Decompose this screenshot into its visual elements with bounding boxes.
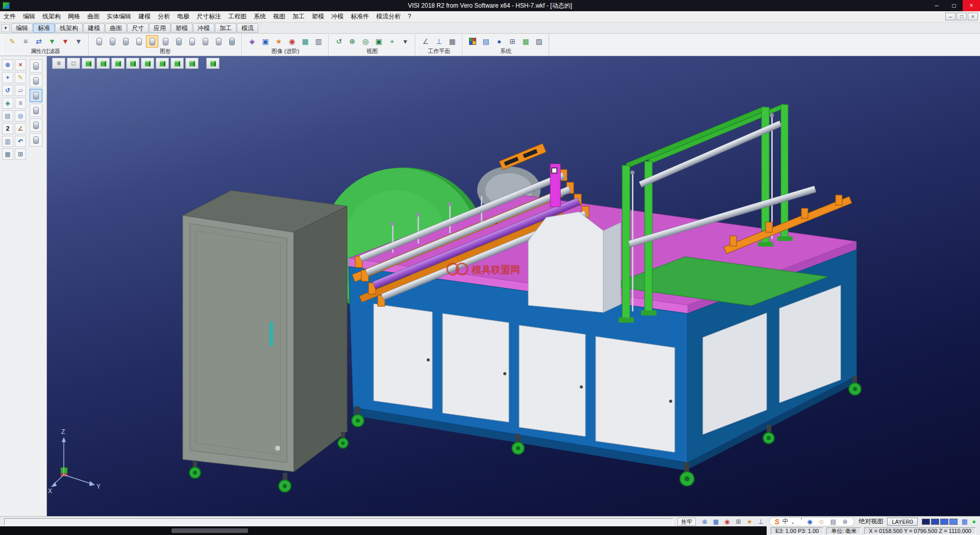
graphics-slot-icon-6[interactable] [159,35,172,47]
mirror-icon[interactable]: ▥ [2,136,13,147]
taskbar-item[interactable] [172,528,248,533]
tab-machining[interactable]: 加工 [215,23,236,33]
iso-view-icon-4[interactable] [126,58,139,69]
center-view-icon[interactable]: ◎ [359,35,372,47]
image-adv-icon-3[interactable]: ★ [273,35,285,47]
toolbar-dropdown-icon[interactable]: ▼ [2,24,10,32]
close-button[interactable]: × [963,0,980,11]
system-grid-icon[interactable]: ▦ [520,35,532,47]
ime-smiley-icon[interactable]: ☺ [817,518,826,526]
tab-mould[interactable]: 塑模 [171,23,192,33]
tab-flow[interactable]: 模流 [237,23,258,33]
image-adv-icon-6[interactable]: ▥ [312,35,325,47]
menu-view[interactable]: 视图 [270,11,289,22]
graphics-slot-icon-3[interactable] [119,35,132,47]
menu-file[interactable]: 文件 [0,11,19,22]
menu-surface[interactable]: 曲面 [84,11,103,22]
iso-view-icon-7[interactable] [170,58,184,69]
iso-view-icon-1[interactable] [82,58,95,69]
menu-system[interactable]: 系统 [250,11,270,22]
filter-icon[interactable]: ▼ [72,35,85,47]
doc-close-button[interactable]: × [968,13,978,20]
menu-dimension[interactable]: 尺寸标注 [193,11,225,22]
transform-icon[interactable]: ◈ [2,98,13,109]
tab-die[interactable]: 冲模 [193,23,214,33]
iso-view-icon-2[interactable] [96,58,110,69]
buffer-slot-icon-4[interactable] [30,104,42,117]
view-top-icon[interactable]: □ [67,58,80,69]
calc-status-icon[interactable]: ⊞ [733,518,743,526]
layer-button[interactable]: LAYER0 [887,518,917,526]
buffer-slot-icon-6[interactable] [30,133,42,147]
tab-wireframe[interactable]: 线架构 [55,23,83,33]
menu-drawing[interactable]: 工程图 [225,11,250,22]
system-shade-icon[interactable]: ▨ [533,35,545,47]
graphics-slot-icon-5[interactable] [146,35,158,47]
star-status-icon[interactable]: ★ [745,518,754,526]
copy-icon[interactable]: ⊞ [15,149,26,160]
ime-symbol-toggle[interactable]: ’ [801,517,802,526]
tab-edit[interactable]: 编辑 [11,23,33,33]
angle-icon[interactable]: ∠ [15,123,26,134]
iso-view-icon-6[interactable] [156,58,169,69]
ime-keyboard-icon[interactable]: ▤ [828,518,838,526]
erase-icon[interactable]: ▱ [15,85,26,96]
pan-view-icon[interactable]: + [386,35,398,47]
view-options-icon[interactable]: ▾ [399,35,411,47]
graphics-slot-icon-11[interactable] [226,35,238,47]
iso-view-icon-5[interactable] [141,58,154,69]
menu-edit[interactable]: 编辑 [19,11,39,22]
zoom-view-icon[interactable]: ⊕ [346,35,358,47]
edit-icon[interactable]: ✎ [15,72,26,83]
layer-swatch-3[interactable] [949,519,958,525]
buffer-slot-icon-1[interactable] [30,59,42,72]
viewport-3d[interactable]: ≡□ [47,56,980,516]
grid-status-icon[interactable]: ▦ [711,518,720,526]
swap-filter-icon[interactable]: ⇄ [33,35,45,47]
graphics-slot-icon-7[interactable] [173,35,185,47]
system-colors-icon[interactable] [467,35,479,47]
graphics-slot-icon-1[interactable] [93,35,105,47]
ime-lang-toggle[interactable]: 中 [782,517,789,526]
menu-mesh[interactable]: 网格 [64,11,84,22]
filter-list-icon[interactable]: ≡ [19,35,32,47]
filter-add-icon[interactable]: ▼ [46,35,58,47]
delete-icon[interactable]: × [15,59,26,70]
graphics-slot-icon-9[interactable] [199,35,211,47]
image-adv-icon-4[interactable]: ◉ [286,35,298,47]
tab-surface[interactable]: 曲面 [105,23,127,33]
pin-toggle-button[interactable]: 拴牢 [677,518,696,526]
graphics-slot-icon-4[interactable] [133,35,145,47]
edit-properties-icon[interactable]: ✎ [6,35,18,47]
doc-minimize-button[interactable]: – [945,13,955,20]
system-calc-icon[interactable]: ⊞ [506,35,519,47]
image-adv-icon-5[interactable]: ▦ [299,35,311,47]
rotate-view-icon[interactable]: ↺ [333,35,345,47]
menu-analysis[interactable]: 分析 [154,11,174,22]
system-globe-icon[interactable]: ● [493,35,505,47]
menu-standard-parts[interactable]: 标准件 [347,11,373,22]
graphics-slot-icon-2[interactable] [106,35,118,47]
tab-application[interactable]: 应用 [149,23,170,33]
layer-grid-icon[interactable]: ▦ [962,518,968,525]
image-adv-icon-2[interactable]: ▣ [259,35,272,47]
menu-solid-edit[interactable]: 实体编辑 [103,11,135,22]
workplane-normal-icon[interactable]: ⊥ [433,35,445,47]
minimize-button[interactable]: – [928,0,945,11]
rotate-icon[interactable]: ↺ [2,85,13,96]
paint-icon[interactable]: ▤ [2,110,13,121]
filter-remove-icon[interactable]: ▼ [59,35,71,47]
menu-wireframe[interactable]: 线架构 [39,11,64,22]
workplane-grid-icon[interactable]: ▦ [446,35,458,47]
menu-help[interactable]: ? [404,11,415,22]
ime-settings-icon[interactable]: ⊛ [840,518,849,526]
tab-dimension[interactable]: 尺寸 [127,23,149,33]
menu-mould[interactable]: 塑模 [308,11,328,22]
ime-punct-toggle[interactable]: 。 [792,517,798,526]
buffer-slot-icon-3[interactable] [30,89,42,102]
ortho-status-icon[interactable]: ⊥ [756,518,765,526]
doc-restore-button[interactable]: □ [957,13,967,20]
shaded-view-icon[interactable] [206,58,219,69]
maximize-button[interactable]: □ [945,0,963,11]
menu-electrode[interactable]: 电极 [174,11,193,22]
